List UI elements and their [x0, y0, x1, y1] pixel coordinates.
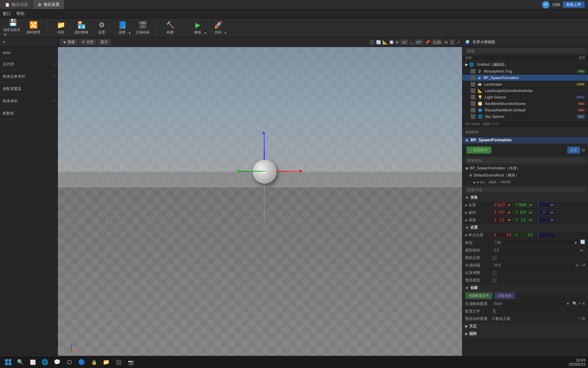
taskbar-camera[interactable]: 📷: [125, 357, 136, 367]
vis-icon-gizmo[interactable]: [471, 88, 475, 93]
outliner-item-landscape[interactable]: 🏔 Landscape Land: [462, 81, 588, 88]
build-config-button[interactable]: 创建配置文件: [465, 292, 492, 299]
outliner-item-sky-sphere[interactable]: 🌐 Sky Sphere 编辑: [462, 113, 588, 120]
random-pos-checkbox[interactable]: [492, 256, 496, 260]
position-y[interactable]: Y5569.◀▶: [514, 202, 534, 208]
match-terrain-button[interactable]: 匹配地形: [494, 292, 515, 299]
vp-lighting-btn[interactable]: ☀ 光照: [79, 39, 96, 45]
vp-perspective-btn[interactable]: ▼ 透视: [60, 39, 78, 45]
viewport-canvas[interactable]: Z X Y: [58, 47, 462, 359]
spawn-config-refresh-icon[interactable]: +: [578, 301, 581, 306]
taskbar-wechat[interactable]: 💬: [52, 357, 63, 367]
btn-settings[interactable]: ⚙ 设置: [92, 20, 111, 36]
scale-x[interactable]: X1.0◀▶: [492, 217, 513, 223]
spawn-config-search-icon[interactable]: 🔍: [572, 301, 577, 306]
item-grid-config[interactable]: 格配置覆盖: [3, 85, 55, 93]
sphere-object[interactable]: [253, 160, 277, 184]
scale-z[interactable]: Z◀▶: [535, 217, 556, 223]
vp-show-btn[interactable]: 显示: [98, 39, 111, 45]
taskbar-app2[interactable]: ⬛: [113, 357, 124, 367]
item-grid-bounds[interactable]: 格体边界体积 ℹ: [3, 73, 55, 80]
taskbar-files[interactable]: 📁: [101, 357, 112, 367]
menu-window[interactable]: 窗口: [3, 11, 11, 17]
component-search-input[interactable]: [465, 158, 585, 163]
vp-icon-3[interactable]: 📐: [382, 40, 388, 45]
btn-play[interactable]: ▶ 播放 ▼: [188, 20, 207, 36]
btn-launch[interactable]: 🚀 启动 ▼: [209, 20, 228, 36]
taskbar-task-view[interactable]: ⬜: [27, 357, 38, 367]
outliner-item-light-source[interactable]: 💡 Light Source Direc: [462, 94, 588, 101]
scene-object[interactable]: [253, 160, 277, 184]
build-section-header[interactable]: ▼ 创建: [462, 284, 588, 292]
taskbar-start[interactable]: [3, 357, 14, 367]
item-actor[interactable]: actor: [3, 49, 55, 56]
vp-icon-5[interactable]: ⊞: [395, 40, 399, 45]
close-left-icon[interactable]: ✕: [3, 40, 6, 44]
vp-icon-1[interactable]: ⬛: [370, 40, 375, 45]
scale-y[interactable]: Y1.0◀▶: [514, 217, 534, 223]
btn-build[interactable]: 🔨 构建: [161, 20, 180, 36]
taskbar-unreal[interactable]: ⬡: [64, 357, 75, 367]
rotation-y[interactable]: Y0.0°◀▶: [514, 210, 534, 215]
interval-reset-icon[interactable]: ↺: [582, 263, 585, 268]
vis-icon-recast[interactable]: [471, 108, 475, 112]
direction-section-header[interactable]: ▶ 方正: [462, 323, 588, 330]
blueprint-edit-button[interactable]: 蓝图: [567, 147, 580, 154]
model-rotate-field[interactable]: 0.0 ◀▶: [492, 248, 585, 253]
action-button[interactable]: 抱抱上帝: [563, 1, 585, 8]
vp-icon-layers[interactable]: ⊞: [444, 40, 448, 45]
outliner-search-input[interactable]: [465, 48, 585, 53]
vis-icon-spawn[interactable]: [471, 75, 475, 80]
taskbar-search[interactable]: 🔍: [15, 357, 26, 367]
settings-section-header[interactable]: ▼ 设置: [462, 224, 588, 231]
transform-section-header[interactable]: ▼ 变换: [462, 194, 588, 201]
vp-icon-4[interactable]: 🔲: [389, 40, 394, 45]
spawn-config-add-icon[interactable]: ✕: [582, 301, 585, 306]
outliner-item-spawn-formation[interactable]: ◉ BP_SpawnFormation: [462, 75, 588, 81]
spawn-z[interactable]: Z: [535, 232, 556, 237]
outliner-item-landscape-gizmo[interactable]: 📐 LandscapeGizmoActiveActor: [462, 88, 588, 94]
position-x[interactable]: X5127.◀▶: [492, 202, 513, 208]
spawn-interval-field[interactable]: 50.0 ◀▶: [492, 263, 581, 268]
vis-icon-atm[interactable]: [471, 69, 475, 74]
formation-refresh-icon[interactable]: 🔄: [580, 240, 585, 246]
grid-section-header[interactable]: ▶ 固阵: [462, 330, 588, 338]
menu-help[interactable]: 帮助: [16, 11, 24, 17]
comp-item-child[interactable]: ● ● sm_（继承... /46/48）: [462, 179, 588, 186]
vis-icon-sky[interactable]: [471, 114, 475, 119]
vp-icon-pin[interactable]: 📌: [425, 40, 430, 45]
preview-count-remove-icon[interactable]: ⊞: [582, 316, 585, 321]
btn-save-level[interactable]: 💾 保存当前关卡: [3, 20, 22, 36]
vis-icon-light[interactable]: [471, 95, 475, 99]
settings-gear-icon[interactable]: ⚙: [582, 148, 585, 153]
vp-icon-maximize[interactable]: ⤢: [457, 40, 460, 45]
item-agent[interactable]: 后代理 ℹ: [3, 60, 55, 68]
pos-adjust-checkbox[interactable]: [492, 271, 496, 275]
btn-blueprint[interactable]: 📘 蓝图 ▼: [113, 20, 132, 36]
btn-cinematics[interactable]: 🎬 过场动画: [133, 20, 152, 36]
item-nav-data[interactable]: 航数据: [3, 109, 55, 117]
tab-output-log[interactable]: 📋 输出日志: [0, 0, 33, 9]
spawn-config-select[interactable]: None ▼: [492, 301, 571, 306]
formation-type-select[interactable]: 三角 ▼: [492, 240, 579, 246]
add-component-button[interactable]: + 添加组件: [467, 147, 491, 154]
outliner-item-recast-nav[interactable]: 🔷 RecastNavMesh-Default Nav: [462, 107, 588, 113]
btn-content[interactable]: 📁 内容: [51, 20, 70, 36]
comp-item-self[interactable]: ◉ BP_SpawnFormation（自身）: [462, 165, 588, 172]
vis-icon-landscape[interactable]: [471, 82, 475, 87]
rotation-z[interactable]: Z0°◀▶: [535, 210, 556, 215]
btn-source-control[interactable]: 🔀 源码管理: [24, 20, 43, 36]
outliner-item-atm-fog[interactable]: 🌫 Atmospheric Fog Atm: [462, 68, 588, 75]
preview-count-add-icon[interactable]: +: [578, 316, 581, 321]
spawn-y[interactable]: Y0.0: [514, 232, 534, 237]
preview-model-checkbox[interactable]: [492, 278, 496, 282]
taskbar-vpn[interactable]: 🔒: [88, 357, 99, 367]
btn-marketplace[interactable]: 🏪 虚幻商城: [72, 20, 91, 36]
spawn-x[interactable]: X0.0: [492, 232, 513, 237]
vp-icon-2[interactable]: 🔄: [376, 40, 381, 45]
tab-project-settings[interactable]: ⚙ 项目设置: [33, 0, 65, 9]
outliner-item-nav-volume[interactable]: 🧭 NavMeshBoundsVolume Nav: [462, 101, 588, 107]
detail-search-input[interactable]: [465, 187, 585, 193]
taskbar-edge[interactable]: 🌐: [39, 357, 50, 367]
item-grid-volume[interactable]: 格体体积 ℹ: [3, 97, 55, 105]
